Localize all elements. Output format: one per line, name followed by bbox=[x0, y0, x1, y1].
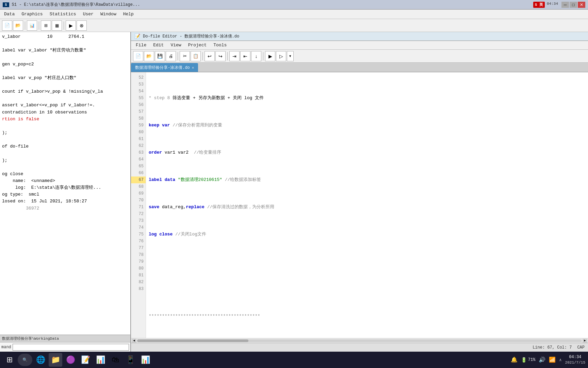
menu-user[interactable]: User bbox=[80, 11, 97, 18]
new-do-button[interactable]: 📄 bbox=[2, 20, 12, 31]
scrollbar-left-arrow[interactable]: ◀ bbox=[132, 339, 136, 343]
dofile-sep1 bbox=[178, 52, 178, 60]
dofile-run-sel-button[interactable]: ▷ bbox=[276, 51, 286, 61]
system-tray-arrow[interactable]: ∧ bbox=[559, 357, 561, 363]
output-line-16 bbox=[2, 136, 128, 143]
taskbar-todo[interactable]: 📝 bbox=[79, 353, 92, 367]
wifi-icon[interactable]: 📶 bbox=[549, 356, 556, 363]
maximize-button[interactable]: □ bbox=[570, 2, 577, 8]
dofile-menu-file[interactable]: File bbox=[132, 42, 150, 48]
dofile-run-all-button[interactable]: ▶ bbox=[265, 51, 275, 61]
output-line-24: og type: smcl bbox=[2, 191, 128, 198]
code-line-57: log close //关闭log文件 bbox=[149, 231, 585, 238]
ln-53: 53 bbox=[131, 81, 146, 88]
dofile-indent-button[interactable]: ⇥ bbox=[229, 51, 240, 61]
output-line-5: gen v_pop=c2 bbox=[2, 61, 128, 68]
scrollbar-track[interactable] bbox=[137, 339, 582, 342]
taskbar-explorer[interactable]: 📁 bbox=[49, 353, 62, 367]
ln-57: 57 bbox=[131, 108, 146, 115]
ln-64: 64 bbox=[131, 156, 146, 163]
dofile-open-button[interactable]: 📂 bbox=[144, 51, 154, 61]
taskbar: ⊞ 🔍 🌐 📁 🟣 📝 📊 🛍 📱 📊 bbox=[0, 352, 588, 368]
taskbar-time: 04:34 bbox=[565, 354, 585, 360]
start-button[interactable]: ⊞ bbox=[3, 353, 16, 367]
menu-help[interactable]: Help bbox=[120, 11, 137, 18]
stata-command-input[interactable] bbox=[13, 344, 129, 351]
output-line-17: of do-file bbox=[2, 143, 128, 150]
sogou-logo: S 英 bbox=[533, 2, 545, 8]
output-line-19: ); bbox=[2, 157, 128, 164]
dofile-menu-edit[interactable]: Edit bbox=[150, 42, 167, 48]
code-editor-area[interactable]: 52 53 54 55 56 57 58 59 60 61 62 63 64 6… bbox=[131, 72, 588, 338]
dofile-menu-view[interactable]: View bbox=[167, 42, 184, 48]
dofile-status-bar: Line: 67, Col: 7 CAP bbox=[131, 343, 588, 352]
menu-graphics[interactable]: Graphics bbox=[18, 11, 46, 18]
grid2-button[interactable]: ▦ bbox=[52, 20, 62, 31]
taskbar-store[interactable]: 🛍 bbox=[109, 353, 122, 367]
run-button[interactable]: ▶ bbox=[66, 20, 76, 31]
scrollbar-right-arrow[interactable]: ▶ bbox=[583, 339, 587, 343]
open-button[interactable]: 📂 bbox=[13, 20, 23, 31]
output-line-2 bbox=[2, 40, 128, 47]
code-line-56: save data_reg,replace //保存清洗过的数据，为分析所用 bbox=[149, 204, 585, 211]
dofile-outdent-button[interactable]: ⇤ bbox=[240, 51, 250, 61]
dofile-editor-icon: 📝 bbox=[134, 33, 140, 39]
menu-window[interactable]: Window bbox=[97, 11, 120, 18]
menu-statistics[interactable]: Statistics bbox=[46, 11, 80, 18]
output-line-25: losed on: 15 Jul 2021, 18:58:27 bbox=[2, 198, 128, 205]
horizontal-scrollbar[interactable]: ◀ ▶ bbox=[131, 338, 588, 343]
notification-icon[interactable]: 🔔 bbox=[511, 356, 518, 363]
system-time: 04:34 bbox=[547, 2, 558, 8]
grid-button[interactable]: ⊞ bbox=[41, 20, 51, 31]
stop-button[interactable]: ⊗ bbox=[77, 20, 87, 31]
ln-73: 73 bbox=[131, 217, 146, 224]
taskbar-excel[interactable]: 📊 bbox=[138, 353, 152, 367]
dofile-menu-tools[interactable]: Tools bbox=[210, 42, 230, 48]
taskbar-search[interactable]: 🔍 bbox=[18, 354, 32, 366]
stata-title: S1 - E:\stata\连享会\数据清理经验分享\RawData\villa… bbox=[12, 2, 140, 7]
ln-77: 77 bbox=[131, 245, 146, 251]
dofile-down-button[interactable]: ↓ bbox=[251, 51, 261, 61]
close-button[interactable]: ✕ bbox=[578, 2, 585, 8]
sound-icon[interactable]: 🔊 bbox=[539, 356, 545, 363]
taskbar-phone-link[interactable]: 📱 bbox=[124, 353, 137, 367]
dofile-redo-button[interactable]: ↪ bbox=[215, 51, 226, 61]
ln-56: 56 bbox=[131, 102, 146, 108]
dofile-undo-button[interactable]: ↩ bbox=[205, 51, 215, 61]
ln-69: 69 bbox=[131, 190, 146, 197]
dofile-new-button[interactable]: 📄 bbox=[133, 51, 143, 61]
tab-close-icon[interactable]: ✕ bbox=[192, 65, 194, 70]
output-line-6 bbox=[2, 68, 128, 75]
menu-data[interactable]: Data bbox=[1, 11, 18, 18]
scrollbar-thumb[interactable] bbox=[137, 339, 248, 342]
stata-output-area[interactable]: v_labor 10 2764.1 label var v_labor "村庄劳… bbox=[0, 32, 130, 335]
tab-label: 数据清理经验分享-涂冰倩.do bbox=[135, 65, 190, 71]
dofile-save-button[interactable]: 💾 bbox=[155, 51, 165, 61]
ln-75: 75 bbox=[131, 231, 146, 238]
code-line-53: keep var //保存分析需用到的变量 bbox=[149, 122, 585, 129]
dofile-menu-project[interactable]: Project bbox=[185, 42, 210, 48]
dofile-copy-button[interactable]: 📋 bbox=[191, 51, 201, 61]
code-line-59 bbox=[149, 286, 585, 292]
code-line-60: ****************************************… bbox=[149, 313, 585, 320]
dofile-run-drop-button[interactable]: ▾ bbox=[287, 51, 294, 61]
dofile-print-button[interactable]: 🖨 bbox=[166, 51, 176, 61]
minimize-button[interactable]: ─ bbox=[561, 2, 569, 8]
output-line-26: 36972 bbox=[2, 205, 128, 212]
dofile-cut-button[interactable]: ✂ bbox=[180, 51, 190, 61]
ln-68: 68 bbox=[131, 183, 146, 190]
ln-81: 81 bbox=[131, 272, 146, 279]
taskbar-powerpoint[interactable]: 📊 bbox=[94, 353, 107, 367]
line-numbers: 52 53 54 55 56 57 58 59 60 61 62 63 64 6… bbox=[131, 72, 146, 338]
code-line-52: * step 8 筛选变量 + 另存为新数据 + 关闭 log 文件 bbox=[149, 95, 585, 102]
taskbar-onenote[interactable]: 🟣 bbox=[64, 353, 77, 367]
bar-chart-button[interactable]: 📊 bbox=[27, 20, 37, 31]
code-line-55: label data "数据清理20210615" //给数据添加标签 bbox=[149, 177, 585, 183]
tab-dofile[interactable]: 数据清理经验分享-涂冰倩.do ✕ bbox=[131, 63, 198, 72]
ln-83: 83 bbox=[131, 286, 146, 292]
output-line-3: label var v_labor "村庄劳动力数量" bbox=[2, 47, 128, 54]
stata-title-bar: S S1 - E:\stata\连享会\数据清理经验分享\RawData\vil… bbox=[0, 0, 588, 10]
search-icon: 🔍 bbox=[22, 357, 28, 363]
taskbar-edge[interactable]: 🌐 bbox=[34, 353, 47, 367]
code-content[interactable]: * step 8 筛选变量 + 另存为新数据 + 关闭 log 文件 keep … bbox=[146, 72, 588, 338]
